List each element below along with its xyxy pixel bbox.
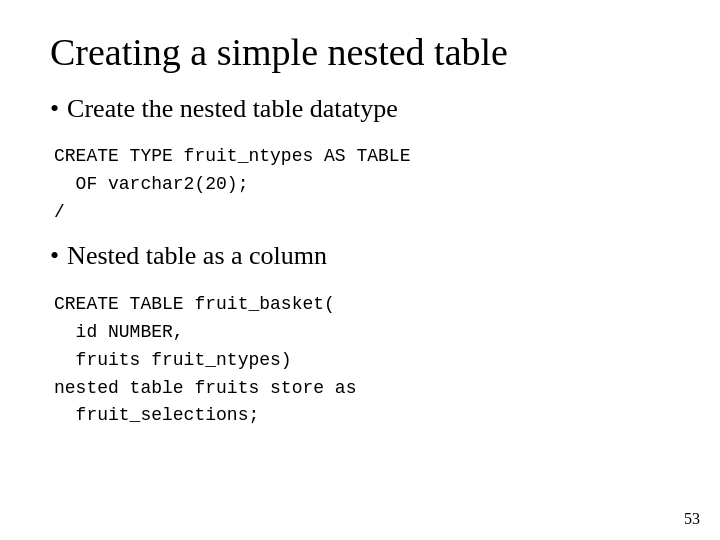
bullet-section-1: • Create the nested table datatype xyxy=(50,92,670,136)
slide-number: 53 xyxy=(684,510,700,528)
code-line-2-3: fruits fruit_ntypes) xyxy=(54,347,670,375)
slide-title: Creating a simple nested table xyxy=(50,30,670,76)
bullet-section-2: • Nested table as a column xyxy=(50,239,670,283)
bullet-text-2: Nested table as a column xyxy=(67,239,670,273)
bullet-item-1: • Create the nested table datatype xyxy=(50,92,670,126)
code-line-2-4: nested table fruits store as xyxy=(54,375,670,403)
code-block-2: CREATE TABLE fruit_basket( id NUMBER, fr… xyxy=(54,291,670,430)
code-line-2-2: id NUMBER, xyxy=(54,319,670,347)
bullet-dot-1: • xyxy=(50,92,59,126)
code-block-1: CREATE TYPE fruit_ntypes AS TABLE OF var… xyxy=(54,143,670,227)
code-line-2-1: CREATE TABLE fruit_basket( xyxy=(54,291,670,319)
slide-container: Creating a simple nested table • Create … xyxy=(0,0,720,540)
code-line-1-3: / xyxy=(54,199,670,227)
code-line-2-5: fruit_selections; xyxy=(54,402,670,430)
code-line-1-2: OF varchar2(20); xyxy=(54,171,670,199)
bullet-item-2: • Nested table as a column xyxy=(50,239,670,273)
code-line-1-1: CREATE TYPE fruit_ntypes AS TABLE xyxy=(54,143,670,171)
bullet-dot-2: • xyxy=(50,239,59,273)
bullet-text-1: Create the nested table datatype xyxy=(67,92,670,126)
